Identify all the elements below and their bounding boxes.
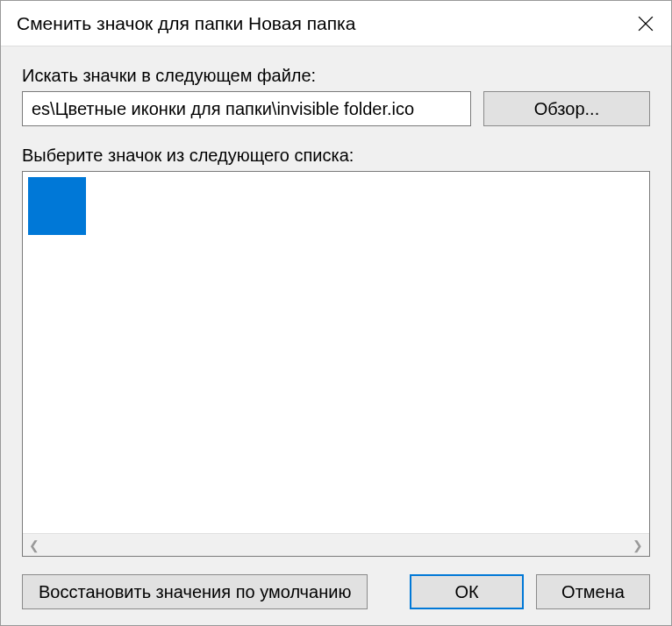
- cancel-button[interactable]: Отмена: [536, 574, 650, 609]
- icon-list[interactable]: [23, 172, 649, 533]
- close-button[interactable]: [620, 1, 671, 46]
- horizontal-scrollbar[interactable]: ❮ ❯: [23, 533, 649, 556]
- ok-button[interactable]: ОК: [410, 574, 524, 609]
- restore-defaults-button[interactable]: Восстановить значения по умолчанию: [22, 574, 368, 609]
- button-row: Восстановить значения по умолчанию ОК От…: [22, 574, 650, 609]
- dialog-content: Искать значки в следующем файле: Обзор..…: [1, 46, 671, 625]
- path-row: Обзор...: [22, 91, 650, 126]
- close-icon: [638, 16, 654, 32]
- change-icon-dialog: Сменить значок для папки Новая папка Иск…: [0, 0, 672, 626]
- icon-list-container: ❮ ❯: [22, 171, 650, 557]
- window-title: Сменить значок для папки Новая папка: [17, 13, 355, 34]
- browse-button[interactable]: Обзор...: [483, 91, 650, 126]
- icon-path-input[interactable]: [22, 91, 471, 126]
- scroll-right-arrow-icon[interactable]: ❯: [630, 538, 646, 552]
- scroll-left-arrow-icon[interactable]: ❮: [26, 538, 42, 552]
- select-icon-label: Выберите значок из следующего списка:: [22, 146, 650, 166]
- titlebar: Сменить значок для папки Новая папка: [1, 1, 671, 46]
- icon-item[interactable]: [28, 177, 86, 235]
- search-file-label: Искать значки в следующем файле:: [22, 66, 650, 86]
